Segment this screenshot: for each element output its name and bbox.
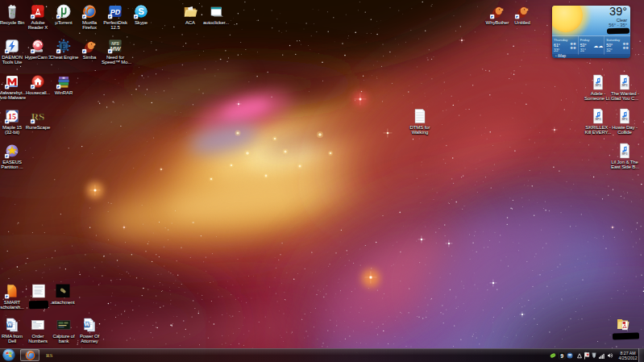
svg-text:E: E xyxy=(61,42,67,51)
svg-text:S: S xyxy=(138,6,144,16)
svg-text:W: W xyxy=(84,321,90,328)
svg-text:MP3: MP3 xyxy=(622,118,628,121)
svg-text:MP3: MP3 xyxy=(622,152,628,156)
svg-text:15: 15 xyxy=(8,112,16,121)
svg-text:9: 9 xyxy=(560,353,563,359)
svg-text:W: W xyxy=(6,321,13,328)
svg-text:MP3: MP3 xyxy=(596,84,601,87)
svg-text:MP3: MP3 xyxy=(622,84,628,87)
svg-text:MP3: MP3 xyxy=(596,118,601,121)
